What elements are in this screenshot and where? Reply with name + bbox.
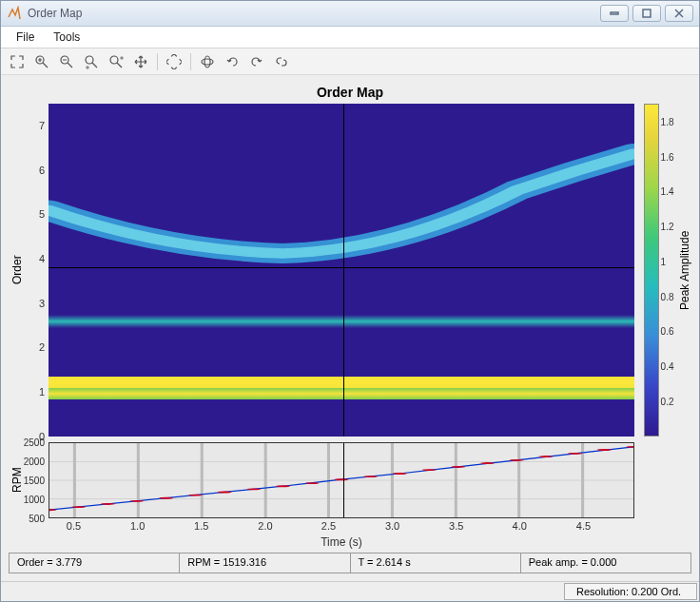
svg-point-25 xyxy=(188,494,203,495)
xtick: 4.0 xyxy=(513,520,527,532)
svg-point-35 xyxy=(480,462,495,464)
svg-point-36 xyxy=(510,459,524,461)
status-rpm: RPM = 1519.316 xyxy=(180,553,350,573)
svg-point-33 xyxy=(422,469,437,471)
yaxis-label: Order xyxy=(9,104,26,437)
svg-point-29 xyxy=(305,482,320,484)
ytick: 2 xyxy=(39,341,45,353)
svg-point-21 xyxy=(71,506,86,508)
rpm-axes[interactable] xyxy=(49,442,634,518)
cbar-tick: 1 xyxy=(661,256,667,266)
crosshair-horizontal[interactable] xyxy=(49,267,634,268)
cbar-tick: 0.2 xyxy=(661,396,674,406)
ytick: 5 xyxy=(39,208,45,220)
svg-point-22 xyxy=(101,503,115,505)
xtick: 0.5 xyxy=(67,520,81,532)
svg-point-38 xyxy=(568,453,582,455)
ytick: 1 xyxy=(39,386,45,398)
svg-point-30 xyxy=(335,478,349,480)
app-window: Order Map File Tools xyxy=(0,0,700,602)
zoom-out-icon[interactable] xyxy=(56,51,77,72)
colorbar-ticks: 0.2 0.4 0.6 0.8 1 1.2 1.4 1.6 1.8 xyxy=(659,104,678,437)
rpm-yticks: 500 1000 1500 2000 2500 xyxy=(26,442,49,518)
colorbar-wrap: 0.2 0.4 0.6 0.8 1 1.2 1.4 1.6 1.8 Peak A… xyxy=(634,104,691,437)
ytick: 6 xyxy=(39,165,45,176)
cbar-tick: 1.6 xyxy=(661,151,674,162)
close-button[interactable] xyxy=(665,5,693,22)
window-title: Order Map xyxy=(28,7,600,20)
cbar-tick: 0.6 xyxy=(661,326,674,337)
menu-tools[interactable]: Tools xyxy=(44,27,89,48)
link-icon[interactable] xyxy=(271,51,292,72)
svg-point-34 xyxy=(451,466,465,468)
rpm-ytick: 1000 xyxy=(24,494,45,504)
svg-point-5 xyxy=(110,56,118,64)
svg-point-26 xyxy=(218,491,232,493)
xtick: 3.5 xyxy=(449,520,463,532)
toolbar-sep-2 xyxy=(190,53,191,70)
xtick: 3.0 xyxy=(385,520,399,532)
svg-point-7 xyxy=(204,56,210,68)
resolution-readout: Resolution: 0.200 Ord. xyxy=(564,583,697,600)
minimize-button[interactable] xyxy=(600,5,629,22)
xticks: 0.5 1.0 1.5 2.0 2.5 3.0 3.5 4.0 4.5 Time… xyxy=(49,518,634,549)
cbar-tick: 0.4 xyxy=(661,361,674,372)
svg-point-4 xyxy=(86,56,93,64)
toolbar-sep-1 xyxy=(157,53,158,70)
rpm-ytick: 500 xyxy=(29,513,45,523)
svg-point-27 xyxy=(247,488,262,490)
colorbar-label: Peak Amplitude xyxy=(678,104,691,437)
status-order: Order = 3.779 xyxy=(10,553,180,573)
collapse-icon[interactable] xyxy=(164,51,185,72)
crosshair-vertical[interactable] xyxy=(343,104,344,437)
heatmap-yticks: 0 1 2 3 4 5 6 7 xyxy=(26,104,49,437)
matlab-icon xyxy=(7,6,22,21)
svg-point-6 xyxy=(202,59,213,65)
xtick: 2.0 xyxy=(258,520,272,532)
svg-rect-0 xyxy=(611,12,618,14)
rotate3d-icon[interactable] xyxy=(197,51,218,72)
colorbar[interactable] xyxy=(644,104,659,437)
maximize-button[interactable] xyxy=(632,5,661,22)
xaxis-label: Time (s) xyxy=(321,535,362,549)
pan-icon[interactable] xyxy=(130,51,151,72)
sweep-curve xyxy=(49,104,634,437)
redo-icon[interactable] xyxy=(246,51,267,72)
zoom-x-icon[interactable] xyxy=(81,51,102,72)
xtick: 1.5 xyxy=(194,520,208,532)
xtick: 1.0 xyxy=(130,520,145,532)
svg-rect-1 xyxy=(643,10,651,17)
ytick: 4 xyxy=(39,253,45,264)
status-peak: Peak amp. = 0.000 xyxy=(521,553,690,573)
ytick: 3 xyxy=(39,298,45,309)
footer: Resolution: 0.200 Ord. xyxy=(1,581,699,601)
undo-icon[interactable] xyxy=(222,51,243,72)
status-row: Order = 3.779 RPM = 1519.316 T = 2.614 s… xyxy=(9,553,691,573)
heatmap-axes[interactable] xyxy=(49,104,634,437)
svg-point-39 xyxy=(597,449,612,451)
xtick: 2.5 xyxy=(321,520,336,532)
status-time: T = 2.614 s xyxy=(351,553,521,573)
chart-title: Order Map xyxy=(9,83,691,104)
heatmap-container: Order 0 1 2 3 4 5 6 7 xyxy=(9,104,691,437)
svg-point-31 xyxy=(363,476,378,477)
rpm-plot: RPM 500 1000 1500 2000 2500 xyxy=(9,442,691,518)
menubar: File Tools xyxy=(1,27,699,49)
ytick: 7 xyxy=(39,120,45,131)
svg-point-32 xyxy=(393,473,407,475)
zoom-in-icon[interactable] xyxy=(31,51,52,72)
zoom-y-icon[interactable] xyxy=(106,51,126,72)
rpm-cursor[interactable] xyxy=(343,443,344,517)
svg-point-28 xyxy=(276,485,290,487)
svg-point-23 xyxy=(130,500,145,502)
svg-point-37 xyxy=(539,456,554,457)
figure-area: Order Map Order 0 1 2 3 4 5 6 7 xyxy=(1,75,699,581)
menu-file[interactable]: File xyxy=(7,27,44,48)
xtick: 4.5 xyxy=(576,520,591,532)
expand-icon[interactable] xyxy=(7,51,28,72)
titlebar[interactable]: Order Map xyxy=(1,1,699,27)
svg-point-24 xyxy=(159,496,173,498)
cbar-tick: 1.2 xyxy=(661,222,674,232)
rpm-ytick: 2500 xyxy=(24,437,45,447)
cbar-tick: 1.4 xyxy=(661,186,674,197)
